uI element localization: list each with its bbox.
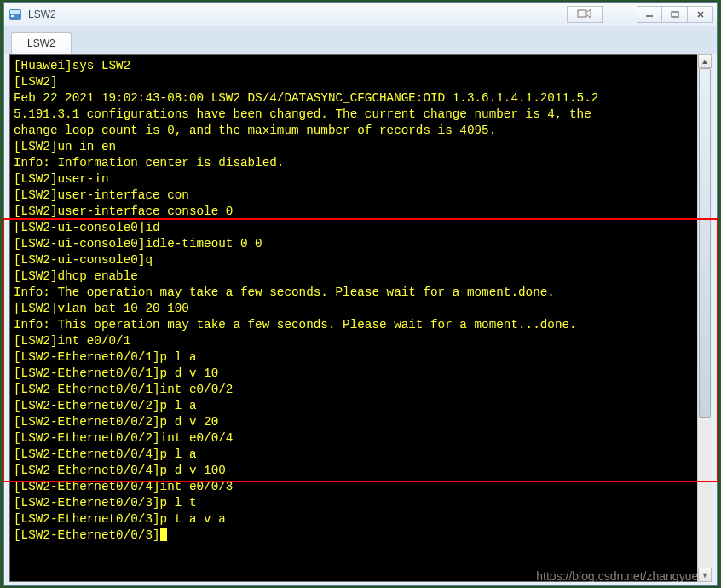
scrollbar[interactable]: ▲ ▼ xyxy=(697,54,712,582)
terminal-line: [LSW2]un in en xyxy=(14,139,711,155)
terminal-line: [LSW2]int e0/0/1 xyxy=(14,333,711,349)
tab-lsw2[interactable]: LSW2 xyxy=(11,32,72,55)
terminal-line: Info: This operation may take a few seco… xyxy=(14,317,711,333)
terminal-line: [LSW2-Ethernet0/0/1]p d v 10 xyxy=(14,366,711,382)
window-title: LSW2 xyxy=(28,9,567,20)
terminal-line: Info: The operation may take a few secon… xyxy=(14,285,711,301)
terminal-line: [LSW2-ui-console0]q xyxy=(14,252,711,268)
svg-rect-1 xyxy=(10,10,20,14)
svg-rect-2 xyxy=(11,15,14,17)
terminal-line: [LSW2]user-in xyxy=(14,171,711,187)
terminal-line: [LSW2-Ethernet0/0/2]int e0/0/4 xyxy=(14,430,711,447)
cursor xyxy=(160,528,167,541)
terminal-line: [LSW2-Ethernet0/0/2]p d v 20 xyxy=(14,414,711,430)
terminal-line: [LSW2-Ethernet0/0/1]p l a xyxy=(14,349,711,366)
scroll-track[interactable] xyxy=(698,68,712,568)
terminal-line: [LSW2-ui-console0]id xyxy=(14,220,711,236)
terminal-line: [LSW2]dhcp enable xyxy=(14,268,711,285)
maximize-button[interactable] xyxy=(662,6,688,23)
toolbar-extra-button[interactable] xyxy=(567,6,603,23)
terminal-container: [Huawei]sys LSW2[LSW2]Feb 22 2021 19:02:… xyxy=(9,54,712,582)
app-window: LSW2 LSW2 [Huawei]sys LSW2[LSW2]Feb 22 2… xyxy=(3,2,718,586)
scroll-up-button[interactable]: ▲ xyxy=(698,54,712,68)
close-button[interactable] xyxy=(688,6,713,23)
scroll-down-button[interactable]: ▼ xyxy=(698,568,712,582)
terminal-line: [LSW2]user-interface con xyxy=(14,187,711,204)
terminal-line: [LSW2-Ethernet0/0/4]int e0/0/3 xyxy=(14,479,711,495)
minimize-button[interactable] xyxy=(637,6,662,23)
terminal-line: [LSW2]user-interface console 0 xyxy=(14,204,711,220)
terminal-line: [LSW2-Ethernet0/0/2]p l a xyxy=(14,398,711,414)
terminal-line: [LSW2-ui-console0]idle-timeout 0 0 xyxy=(14,236,711,252)
terminal-line: change loop count is 0, and the maximum … xyxy=(14,123,711,139)
terminal-line: [LSW2]vlan bat 10 20 100 xyxy=(14,301,711,317)
terminal-line: 5.191.3.1 configurations have been chang… xyxy=(14,107,711,123)
tab-strip: LSW2 xyxy=(4,26,717,54)
titlebar[interactable]: LSW2 xyxy=(4,3,717,26)
terminal-line: [LSW2-Ethernet0/0/1]int e0/0/2 xyxy=(14,382,711,398)
terminal-line: [LSW2-Ethernet0/0/3]p l t xyxy=(14,495,711,511)
terminal-line: [LSW2-Ethernet0/0/3]p t a v a xyxy=(14,511,711,527)
terminal[interactable]: [Huawei]sys LSW2[LSW2]Feb 22 2021 19:02:… xyxy=(9,54,712,582)
terminal-line: [LSW2-Ethernet0/0/3] xyxy=(14,527,711,544)
terminal-line: [LSW2-Ethernet0/0/4]p d v 100 xyxy=(14,463,711,479)
scroll-thumb[interactable] xyxy=(699,68,711,418)
terminal-line: [LSW2-Ethernet0/0/4]p l a xyxy=(14,447,711,463)
terminal-line: Info: Information center is disabled. xyxy=(14,155,711,171)
window-controls xyxy=(637,6,713,23)
terminal-line: [LSW2] xyxy=(14,74,711,90)
svg-rect-3 xyxy=(578,10,586,17)
terminal-line: [Huawei]sys LSW2 xyxy=(14,58,711,74)
svg-rect-5 xyxy=(672,12,678,17)
terminal-line: Feb 22 2021 19:02:43-08:00 LSW2 DS/4/DAT… xyxy=(14,90,711,107)
app-icon xyxy=(8,7,23,22)
